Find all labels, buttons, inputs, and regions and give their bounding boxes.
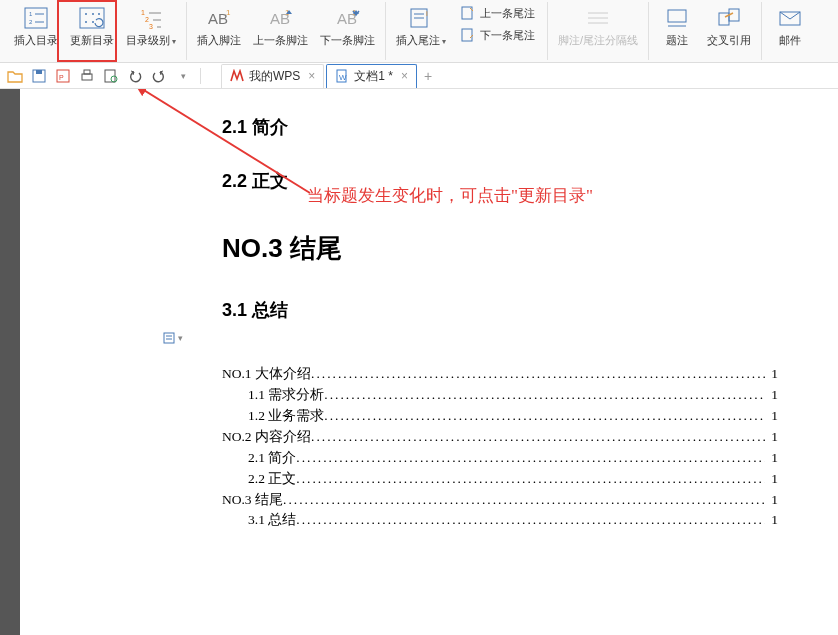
endnote-nav: 上一条尾注 下一条尾注 [452,2,543,46]
separator-button[interactable]: 脚注/尾注分隔线 [552,2,644,50]
next-endnote-icon [460,27,476,43]
export-pdf-icon[interactable]: P [54,67,72,85]
separator-group: 脚注/尾注分隔线 [548,2,649,60]
update-toc-label: 更新目录 [70,33,114,48]
toc-row[interactable]: NO.1 大体介绍1 [222,364,778,385]
footnote-group: AB1 插入脚注 AB1 上一条脚注 AB1 下一条脚注 [187,2,386,60]
toc-group: 12 插入目录 更新目录 123 目录级别▾ [4,2,187,60]
prev-footnote-label: 上一条脚注 [253,33,308,48]
toc-row[interactable]: NO.3 结尾1 [222,490,778,511]
separator-label: 脚注/尾注分隔线 [558,33,638,48]
toc-row[interactable]: NO.2 内容介绍1 [222,427,778,448]
mail-group: 邮件 [762,2,818,60]
svg-rect-41 [82,74,92,80]
wps-home-tab[interactable]: 我的WPS × [221,64,324,88]
add-tab-button[interactable]: + [419,68,437,84]
left-strip [0,89,20,635]
undo-icon[interactable] [126,67,144,85]
toc-title: NO.1 大体介绍 [222,364,311,385]
toc-leader [324,385,765,406]
document-area[interactable]: ▾ 2.1 简介 2.2 正文 NO.3 结尾 3.1 总结 NO.1 大体介绍… [20,89,838,635]
qa-separator [200,68,201,84]
toc-title: NO.2 内容介绍 [222,427,311,448]
toc-row[interactable]: 2.1 简介1 [222,448,778,469]
svg-rect-47 [164,333,174,343]
doc1-tab[interactable]: W 文档1 * × [326,64,417,88]
toc-title: 1.1 需求分析 [222,385,324,406]
prev-endnote-icon [460,5,476,21]
heading-3-1: 3.1 总结 [222,298,778,322]
close-tab-icon[interactable]: × [308,69,315,83]
insert-footnote-label: 插入脚注 [197,33,241,48]
update-toc-button[interactable]: 更新目录 [64,2,120,50]
ribbon-toolbar: 12 插入目录 更新目录 123 目录级别▾ AB1 插入脚注 AB1 [0,0,838,63]
toc-row[interactable]: 1.2 业务需求1 [222,406,778,427]
svg-rect-5 [80,8,104,28]
insert-footnote-icon: AB1 [206,5,232,31]
toc-row[interactable]: 3.1 总结1 [222,510,778,531]
cross-ref-button[interactable]: 交叉引用 [701,2,757,50]
document-tabs: 我的WPS × W 文档1 * × + [221,64,437,88]
next-endnote-button[interactable]: 下一条尾注 [456,24,539,46]
print-preview-icon[interactable] [102,67,120,85]
insert-endnote-label: 插入尾注▾ [396,33,446,48]
svg-point-44 [111,76,117,82]
quick-access-bar: P ▾ 我的WPS × W 文档1 * × + [0,63,838,89]
next-endnote-label: 下一条尾注 [480,28,535,43]
caption-button[interactable]: 题注 [653,2,701,50]
mail-label: 邮件 [779,33,801,48]
prev-footnote-button[interactable]: AB1 上一条脚注 [247,2,314,50]
next-footnote-button[interactable]: AB1 下一条脚注 [314,2,381,50]
workspace: ▾ 2.1 简介 2.2 正文 NO.3 结尾 3.1 总结 NO.1 大体介绍… [0,89,838,635]
update-toc-icon [79,5,105,31]
caption-icon [665,5,689,31]
toc-title: 2.2 正文 [222,469,296,490]
insert-toc-button[interactable]: 12 插入目录 [8,2,64,50]
print-icon[interactable] [78,67,96,85]
toc-page: 1 [765,364,778,385]
svg-rect-38 [36,70,42,74]
close-tab-icon[interactable]: × [401,69,408,83]
toc-title: 1.2 业务需求 [222,406,324,427]
svg-rect-34 [719,13,729,25]
toc-title: 2.1 简介 [222,448,296,469]
svg-text:3: 3 [149,23,153,29]
toc-page: 1 [765,427,778,448]
redo-icon[interactable] [150,67,168,85]
wps-logo-icon [230,69,244,83]
save-icon[interactable] [30,67,48,85]
mail-button[interactable]: 邮件 [766,2,814,50]
toc-page: 1 [765,406,778,427]
toc-row[interactable]: 1.1 需求分析1 [222,385,778,406]
prev-footnote-icon: AB1 [268,5,294,31]
toc-level-button[interactable]: 123 目录级别▾ [120,2,182,50]
doc-icon: W [335,69,349,83]
insert-footnote-button[interactable]: AB1 插入脚注 [191,2,247,50]
toc-page: 1 [765,510,778,531]
toc-leader [324,406,765,427]
open-icon[interactable] [6,67,24,85]
toc-title: NO.3 结尾 [222,490,283,511]
caption-label: 题注 [666,33,688,48]
heading-no3: NO.3 结尾 [222,231,778,266]
toc-row[interactable]: 2.2 正文1 [222,469,778,490]
svg-point-7 [85,21,87,23]
svg-rect-28 [462,29,472,41]
svg-text:W: W [339,73,347,82]
svg-text:1: 1 [141,9,145,16]
toc-page: 1 [765,385,778,406]
qa-dropdown-icon[interactable]: ▾ [174,67,192,85]
table-of-contents: NO.1 大体介绍11.1 需求分析11.2 业务需求1NO.2 内容介绍12.… [222,364,778,531]
insert-endnote-button[interactable]: i 插入尾注▾ [390,2,452,50]
paragraph-handle-icon[interactable]: ▾ [162,331,183,345]
wps-home-tab-label: 我的WPS [249,68,300,85]
heading-2-1: 2.1 简介 [222,115,778,139]
annotation-text: 当标题发生变化时，可点击"更新目录" [307,184,593,207]
next-footnote-label: 下一条脚注 [320,33,375,48]
svg-point-6 [85,13,87,15]
toc-level-icon: 123 [139,5,163,31]
prev-endnote-button[interactable]: 上一条尾注 [456,2,539,24]
mail-icon [778,5,802,31]
svg-point-10 [98,13,100,15]
svg-text:1: 1 [226,8,231,17]
